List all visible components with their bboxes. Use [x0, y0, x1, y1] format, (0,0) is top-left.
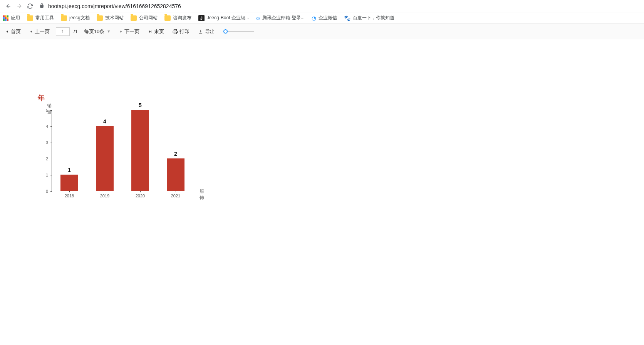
apps-bookmark[interactable]: 应用: [3, 15, 20, 21]
bookmark-common-tools[interactable]: 常用工具: [27, 15, 54, 21]
folder-icon: [61, 15, 67, 21]
folder-icon: [131, 15, 137, 21]
prev-page-button[interactable]: 上一页: [27, 27, 52, 37]
j-icon: J: [198, 15, 205, 21]
paw-icon: 🐾: [344, 15, 351, 21]
browser-nav-bar: bootapi.jeecg.com/jmreport/view/61616691…: [0, 0, 644, 12]
lock-icon: [39, 3, 44, 9]
svg-rect-0: [174, 32, 177, 34]
bookmarks-bar: 应用 常用工具 jeecg文档 技术网站 公司网站 咨询发布 JJeecg-Bo…: [0, 12, 644, 24]
bookmark-wework[interactable]: ◔企业微信: [312, 15, 337, 21]
folder-icon: [27, 15, 33, 21]
report-toolbar: 首页 上一页 /1 每页10条 ▼ 下一页 末页 打印 导出: [0, 24, 644, 39]
per-page-dropdown[interactable]: 每页10条 ▼: [82, 27, 113, 37]
reload-button[interactable]: [25, 1, 35, 12]
bookmark-tencent-mail[interactable]: ∞腾讯企业邮箱-登录...: [256, 15, 305, 21]
bookmark-jeecg-docs[interactable]: jeecg文档: [61, 15, 90, 21]
bookmark-jeecg-boot[interactable]: JJeecg-Boot 企业级...: [198, 15, 249, 21]
folder-icon: [97, 15, 103, 21]
url-bar[interactable]: bootapi.jeecg.com/jmreport/view/61616691…: [39, 3, 181, 9]
next-page-button[interactable]: 下一页: [117, 27, 142, 37]
back-button[interactable]: [3, 1, 14, 12]
apps-icon: [3, 15, 8, 21]
apps-label: 应用: [11, 15, 20, 21]
zoom-slider[interactable]: [223, 31, 254, 32]
first-page-button[interactable]: 首页: [2, 27, 23, 37]
bookmark-company-site[interactable]: 公司网站: [131, 15, 158, 21]
last-page-button[interactable]: 末页: [146, 27, 166, 37]
page-input[interactable]: [56, 27, 70, 36]
bookmark-tech-sites[interactable]: 技术网站: [97, 15, 124, 21]
chevron-down-icon: ▼: [107, 29, 111, 34]
export-button[interactable]: 导出: [196, 27, 217, 37]
slider-thumb[interactable]: [223, 29, 228, 34]
print-button[interactable]: 打印: [170, 27, 192, 37]
folder-icon: [164, 15, 171, 21]
chat-icon: ◔: [312, 15, 316, 21]
infinity-icon: ∞: [256, 15, 260, 21]
page-total: /1: [74, 29, 78, 34]
bookmark-consult[interactable]: 咨询发布: [164, 15, 191, 21]
bookmark-baidu[interactable]: 🐾百度一下，你就知道: [344, 15, 394, 21]
forward-button[interactable]: [14, 1, 25, 12]
url-text: bootapi.jeecg.com/jmreport/view/61616691…: [48, 3, 181, 9]
